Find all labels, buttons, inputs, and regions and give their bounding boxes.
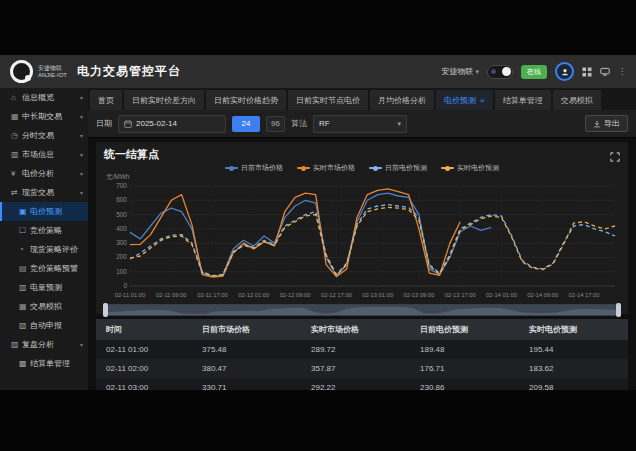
legend-item-实时市场价格[interactable]: 实时市场价格	[297, 163, 355, 173]
chart-plot[interactable]: 010020030040050060070002-11 01:0002-11 0…	[104, 181, 620, 303]
tab-交易模拟[interactable]: 交易模拟	[553, 90, 601, 110]
page-title: 电力交易管控平台	[77, 63, 181, 80]
app-window: 安捷物联 ANJIE-IOT 电力交易管控平台 安捷物联 ▾ 在线	[0, 55, 636, 390]
sidebar-item-电价分析[interactable]: ¥ 电价分析▾	[0, 164, 88, 183]
chevron-down-icon: ▾	[80, 132, 83, 139]
datazoom-right-handle[interactable]	[616, 303, 621, 317]
algo-value: RF	[319, 119, 330, 128]
chevron-down-icon: ▾	[80, 170, 83, 177]
svg-text:400: 400	[116, 225, 127, 232]
legend-marker-icon	[441, 167, 454, 169]
sidebar-item-分时交易[interactable]: ◷ 分时交易▾	[0, 126, 88, 145]
chevron-down-icon: ▾	[80, 113, 83, 120]
review-icon: ▨	[11, 340, 22, 349]
datazoom-slider[interactable]	[104, 304, 620, 316]
interval-96-button[interactable]: 96	[266, 116, 285, 132]
table-cell: 292.22	[301, 378, 410, 390]
sidebar-item-信息概览[interactable]: ⌂ 信息概览▾	[0, 88, 88, 107]
chevron-down-icon: ▾	[397, 120, 401, 128]
table-body: 02-11 01:00375.48289.72189.48195.4402-11…	[96, 340, 628, 390]
svg-text:02-12 01:00: 02-12 01:00	[238, 292, 269, 298]
table-cell: 209.58	[519, 378, 628, 390]
table-cell: 230.86	[410, 378, 519, 390]
filter-bar: 日期 2025-02-14 24 96 算法 RF ▾ 导出	[88, 110, 636, 138]
top-bar: 安捷物联 ANJIE-IOT 电力交易管控平台 安捷物联 ▾ 在线	[0, 55, 636, 88]
sidebar-item-竞价策略预警[interactable]: ▤ 竞价策略预警	[0, 259, 88, 278]
svg-text:700: 700	[116, 182, 127, 189]
tab-日前实时节点电价[interactable]: 日前实时节点电价	[288, 90, 368, 110]
sidebar-menu: ⌂ 信息概览▾▦ 中长期交易▾◷ 分时交易▾▥ 市场信息▾¥ 电价分析▾⇄ 现货…	[0, 88, 88, 373]
table-cell: 02-11 01:00	[96, 340, 192, 359]
download-icon	[593, 120, 601, 128]
table-header-cell: 实时电价预测	[519, 319, 628, 340]
legend-marker-icon	[297, 167, 310, 169]
sidebar-item-电价预测[interactable]: ▣ 电价预测	[0, 202, 88, 221]
strategy-eval-icon: ◔	[19, 245, 30, 254]
chart-card: 统一结算点 日前市场价格实时市场价格日前电价预测实时电价预测 元/MWh 010…	[96, 142, 628, 314]
table-cell: 289.72	[301, 340, 410, 359]
settlement-icon: ▩	[19, 359, 30, 368]
avatar[interactable]	[555, 62, 574, 81]
sidebar-item-市场信息[interactable]: ▥ 市场信息▾	[0, 145, 88, 164]
svg-text:02-11 01:00: 02-11 01:00	[115, 292, 146, 298]
legend-item-日前电价预测[interactable]: 日前电价预测	[369, 163, 427, 173]
datazoom-left-handle[interactable]	[103, 303, 108, 317]
table-row[interactable]: 02-11 02:00380.47357.87176.71183.62	[96, 359, 628, 378]
tenant-selector[interactable]: 安捷物联 ▾	[441, 66, 479, 77]
legend-item-实时电价预测[interactable]: 实时电价预测	[441, 163, 499, 173]
sidebar-item-复盘分析[interactable]: ▨ 复盘分析▾	[0, 335, 88, 354]
calendar-icon: ▦	[11, 112, 22, 121]
sidebar-item-中长期交易[interactable]: ▦ 中长期交易▾	[0, 107, 88, 126]
algo-select[interactable]: RF ▾	[313, 115, 407, 133]
sidebar-item-交易模拟[interactable]: ▦ 交易模拟	[0, 297, 88, 316]
price-analysis-icon: ¥	[11, 169, 22, 178]
chevron-down-icon: ▾	[80, 94, 83, 101]
table-header-row: 时间日前市场价格实时市场价格日前电价预测实时电价预测	[96, 319, 628, 340]
top-right-toolbar: 安捷物联 ▾ 在线 ⋮	[441, 62, 626, 81]
tab-日前实时价格趋势[interactable]: 日前实时价格趋势	[206, 90, 286, 110]
sidebar-item-结算单管理[interactable]: ▩ 结算单管理	[0, 354, 88, 373]
chart-legend: 日前市场价格实时市场价格日前电价预测实时电价预测	[104, 163, 620, 173]
table-cell: 02-11 03:00	[96, 378, 192, 390]
tab-首页[interactable]: 首页	[90, 90, 122, 110]
table-cell: 357.87	[301, 359, 410, 378]
main-area: 首页日前实时价差方向日前实时价格趋势日前实时节点电价月均价格分析电价预测×结算单…	[88, 88, 636, 390]
legend-item-日前市场价格[interactable]: 日前市场价格	[225, 163, 283, 173]
datazoom-window[interactable]	[105, 305, 619, 315]
table-row[interactable]: 02-11 03:00330.71292.22230.86209.58	[96, 378, 628, 390]
tab-日前实时价差方向[interactable]: 日前实时价差方向	[124, 90, 204, 110]
monitor-icon[interactable]	[600, 67, 610, 77]
table-cell: 02-11 02:00	[96, 359, 192, 378]
apps-grid-icon[interactable]	[582, 67, 592, 77]
tab-结算单管理[interactable]: 结算单管理	[495, 90, 551, 110]
close-icon[interactable]: ×	[480, 96, 485, 105]
tab-电价预测[interactable]: 电价预测×	[436, 90, 493, 110]
market-icon: ▥	[11, 150, 22, 159]
sidebar-item-自动申报[interactable]: ▧ 自动申报	[0, 316, 88, 335]
tab-bar: 首页日前实时价差方向日前实时价格趋势日前实时节点电价月均价格分析电价预测×结算单…	[88, 88, 636, 110]
spot-trade-icon: ⇄	[11, 188, 22, 197]
more-icon[interactable]: ⋮	[618, 67, 626, 76]
interval-24-button[interactable]: 24	[232, 116, 260, 132]
table-row[interactable]: 02-11 01:00375.48289.72189.48195.44	[96, 340, 628, 359]
status-badge: 在线	[521, 65, 547, 79]
sidebar-item-竞价策略[interactable]: ☐ 竞价策略	[0, 221, 88, 240]
sidebar-item-现货交易[interactable]: ⇄ 现货交易▾	[0, 183, 88, 202]
export-button[interactable]: 导出	[585, 115, 628, 132]
svg-text:600: 600	[116, 196, 127, 203]
sidebar-item-现货策略评价[interactable]: ◔ 现货策略评价	[0, 240, 88, 259]
screen: 安捷物联 ANJIE-IOT 电力交易管控平台 安捷物联 ▾ 在线	[0, 0, 636, 451]
tab-月均价格分析[interactable]: 月均价格分析	[370, 90, 434, 110]
table-header-cell: 日前市场价格	[192, 319, 301, 340]
date-input[interactable]: 2025-02-14	[118, 115, 226, 133]
svg-text:02-13 01:00: 02-13 01:00	[362, 292, 393, 298]
table-cell: 183.62	[519, 359, 628, 378]
fullscreen-icon[interactable]	[610, 148, 620, 166]
energy-forecast-icon: ▥	[19, 283, 30, 292]
svg-text:200: 200	[116, 253, 127, 260]
sidebar-item-电量预测[interactable]: ▥ 电量预测	[0, 278, 88, 297]
chart-title: 统一结算点	[104, 147, 620, 162]
svg-text:02-13 17:00: 02-13 17:00	[445, 292, 476, 298]
svg-text:02-12 17:00: 02-12 17:00	[321, 292, 352, 298]
theme-toggle[interactable]	[487, 65, 513, 79]
